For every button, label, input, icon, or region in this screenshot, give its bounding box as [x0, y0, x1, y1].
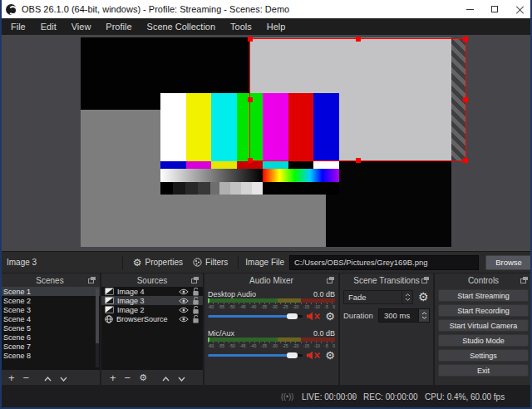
- combo-arrows[interactable]: [401, 291, 412, 303]
- source-list-item[interactable]: Image 3: [101, 296, 203, 305]
- panel-menu-icon[interactable]: [327, 277, 334, 283]
- settings-button[interactable]: Settings: [438, 349, 529, 362]
- mixer-channel-mic-aux: Mic/Aux 0.0 dB -60-55-50-45-40-35-30-25-…: [208, 328, 335, 361]
- visibility-eye-icon[interactable]: [179, 316, 189, 323]
- volume-slider-handle[interactable]: [287, 313, 298, 319]
- spin-arrows[interactable]: [418, 309, 429, 322]
- menu-help[interactable]: Help: [259, 18, 293, 35]
- sources-list[interactable]: Image 4 Image 3 Image 2 BrowserSource: [101, 287, 203, 370]
- studio-mode-button[interactable]: Studio Mode: [438, 334, 529, 347]
- meter-scale: -60-55-50-45-40-35-30-25-20-15-10-50: [208, 304, 335, 309]
- transition-settings-gear-icon[interactable]: ⚙: [418, 290, 429, 303]
- start-streaming-button[interactable]: Start Streaming: [438, 289, 529, 302]
- menu-tools[interactable]: Tools: [223, 18, 259, 35]
- grayscale-steps: [160, 182, 339, 195]
- selection-bounding-box[interactable]: [249, 38, 466, 161]
- scene-list-item[interactable]: Scene 1: [0, 287, 100, 296]
- scenes-list[interactable]: Scene 1 Scene 2 Scene 3 Scene 4 Scene 5 …: [0, 287, 100, 370]
- visibility-eye-icon[interactable]: [179, 298, 189, 304]
- channel-settings-gear-icon[interactable]: ⚙: [325, 311, 335, 322]
- menu-scene-collection[interactable]: Scene Collection: [140, 18, 224, 35]
- browse-button[interactable]: Browse: [485, 255, 532, 270]
- add-source-button[interactable]: +: [106, 372, 121, 383]
- menu-edit[interactable]: Edit: [33, 18, 64, 35]
- scene-list-item[interactable]: Scene 5: [0, 323, 100, 333]
- selection-handle-top-center[interactable]: [356, 37, 361, 42]
- channel-name: Desktop Audio: [208, 290, 256, 298]
- source-black-rect-bottom-right[interactable]: [326, 160, 451, 247]
- meter-tick-label: -20: [293, 304, 298, 309]
- meter-tick-label: -60: [208, 304, 214, 309]
- panel-menu-icon[interactable]: [191, 277, 199, 283]
- exit-button[interactable]: Exit: [438, 364, 529, 377]
- selection-handle-bottom-left[interactable]: [248, 158, 253, 163]
- maximize-icon: [491, 6, 498, 12]
- source-name: BrowserSource: [116, 315, 175, 323]
- move-scene-up-button[interactable]: [40, 372, 56, 383]
- meter-tick-label: -30: [272, 343, 278, 348]
- move-source-down-button[interactable]: [174, 372, 190, 383]
- panel-menu-icon[interactable]: [520, 277, 528, 283]
- close-button[interactable]: [507, 0, 532, 18]
- scrollbar-thumb[interactable]: [96, 288, 99, 343]
- scene-list-item[interactable]: Scene 7: [0, 342, 100, 351]
- selection-handle-top-left[interactable]: [248, 37, 253, 42]
- unlock-icon[interactable]: [192, 306, 200, 314]
- volume-slider[interactable]: [208, 350, 303, 361]
- image-file-path-input[interactable]: [289, 255, 479, 270]
- source-list-item[interactable]: Image 4: [101, 287, 203, 296]
- preview-area[interactable]: [0, 35, 532, 251]
- selection-handle-mid-left[interactable]: [248, 97, 253, 102]
- move-source-up-button[interactable]: [158, 372, 174, 383]
- selection-handle-top-right[interactable]: [463, 37, 468, 42]
- unlock-icon[interactable]: [192, 288, 200, 296]
- menu-profile[interactable]: Profile: [98, 18, 139, 35]
- panel-menu-icon[interactable]: [88, 277, 96, 283]
- start-recording-button[interactable]: Start Recording: [438, 304, 529, 317]
- volume-slider-handle[interactable]: [287, 352, 298, 358]
- source-list-item[interactable]: BrowserSource: [101, 314, 203, 323]
- mute-speaker-icon[interactable]: [307, 312, 321, 321]
- source-name: Image 3: [117, 297, 175, 305]
- source-name: Image 4: [117, 288, 175, 296]
- scene-list-item[interactable]: Scene 2: [0, 296, 100, 305]
- start-virtual-camera-button[interactable]: Start Virtual Camera: [438, 319, 529, 332]
- source-properties-button[interactable]: ⚙: [135, 373, 151, 382]
- window-title: OBS 26.1.0 (64-bit, windows) - Profile: …: [22, 4, 289, 14]
- remove-scene-button[interactable]: −: [19, 372, 34, 383]
- scene-list-item[interactable]: Scene 4: [0, 314, 100, 323]
- scene-list-item[interactable]: Scene 3: [0, 305, 100, 314]
- minimize-button[interactable]: [457, 0, 482, 18]
- image-source-icon: [105, 297, 114, 304]
- mute-speaker-icon[interactable]: [307, 351, 321, 360]
- add-scene-button[interactable]: +: [4, 372, 19, 383]
- menu-file[interactable]: File: [3, 18, 33, 35]
- move-scene-down-button[interactable]: [56, 372, 71, 383]
- meter-tick-label: -50: [229, 343, 235, 348]
- meter-tick-label: 0: [332, 304, 335, 309]
- visibility-eye-icon[interactable]: [179, 288, 189, 295]
- chevron-down-icon: [60, 377, 67, 382]
- channel-settings-gear-icon[interactable]: ⚙: [325, 350, 335, 361]
- transition-select[interactable]: Fade: [343, 290, 413, 304]
- source-list-item[interactable]: Image 2: [101, 305, 203, 314]
- selection-handle-mid-right[interactable]: [463, 97, 468, 102]
- panel-menu-icon[interactable]: [421, 277, 429, 283]
- filters-button[interactable]: Filters: [188, 258, 233, 267]
- selection-handle-bottom-right[interactable]: [463, 158, 468, 163]
- unlock-icon[interactable]: [192, 297, 200, 305]
- scene-list-item[interactable]: Scene 8: [0, 351, 100, 360]
- maximize-button[interactable]: [482, 0, 507, 18]
- visibility-eye-icon[interactable]: [179, 307, 189, 313]
- selection-handle-bottom-center[interactable]: [356, 158, 361, 163]
- volume-slider[interactable]: [208, 311, 303, 322]
- remove-source-button[interactable]: −: [121, 372, 135, 383]
- menu-view[interactable]: View: [64, 18, 99, 35]
- sources-header: Sources: [101, 273, 203, 287]
- properties-button[interactable]: ⚙ Properties: [128, 258, 188, 268]
- unlock-icon[interactable]: [192, 315, 200, 323]
- scene-list-item[interactable]: Scene 6: [0, 333, 100, 342]
- duration-spinbox[interactable]: 300 ms: [378, 308, 430, 323]
- toolbar-separator: [238, 256, 239, 269]
- scenes-scrollbar[interactable]: [96, 288, 99, 367]
